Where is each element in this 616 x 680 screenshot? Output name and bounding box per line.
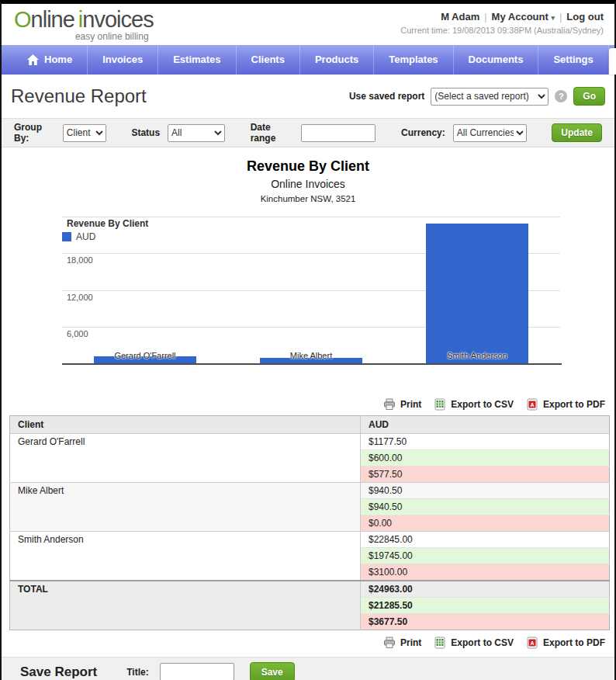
gridline <box>62 217 560 217</box>
total-value-cell: $24963.00 <box>361 581 610 598</box>
printer-icon <box>383 637 396 649</box>
value-total-cell: $1177.50 <box>361 434 610 450</box>
divider: | <box>484 11 486 23</box>
y-axis-tick-label: 6,000 <box>67 329 88 338</box>
logout-link[interactable]: Log out <box>566 11 604 23</box>
saved-report-select[interactable]: (Select a saved report) <box>431 88 549 106</box>
report-title-input[interactable] <box>160 663 234 680</box>
date-range-input[interactable] <box>301 124 375 142</box>
export-csv-link[interactable]: Export to CSV <box>434 398 514 411</box>
export-row-bottom: Print Export to CSV A Export to PDF <box>2 630 614 654</box>
svg-text:A: A <box>530 402 534 408</box>
bar-category-label: Gerard O'Farrell <box>75 351 215 360</box>
pdf-icon: A <box>526 637 538 649</box>
table-group-gerard: Gerard O'Farrell $1177.50 $600.00 $577.5… <box>10 434 610 483</box>
export-row-top: Print Export to CSV A Export to PDF <box>2 392 614 415</box>
legend-swatch-aud <box>62 232 71 241</box>
y-axis-tick-label: 18,000 <box>67 255 93 265</box>
chevron-down-icon: ▾ <box>551 14 555 22</box>
chart-title: Revenue By Client <box>2 158 614 175</box>
table-total-group: TOTAL $24963.00 $21285.50 $3677.50 <box>10 581 610 630</box>
client-cell: Mike Albert <box>10 483 361 532</box>
table-row: Smith Anderson $22845.00 <box>10 532 610 548</box>
nav-item-documents[interactable]: Documents <box>454 45 539 75</box>
nav-item-home[interactable]: Home <box>12 45 88 75</box>
total-due-cell: $3677.50 <box>361 614 610 630</box>
nav-item-products[interactable]: Products <box>300 45 374 75</box>
table-group-smith: Smith Anderson $22845.00 $19745.00 $3100… <box>10 532 610 581</box>
chart-bar[interactable] <box>426 224 528 363</box>
print-link[interactable]: Print <box>383 398 421 411</box>
export-pdf-link[interactable]: A Export to PDF <box>526 637 605 649</box>
chart-legend-item: AUD <box>62 231 95 242</box>
column-header-aud: AUD <box>361 416 610 434</box>
user-name[interactable]: M Adam <box>441 11 479 23</box>
group-by-label: Group By: <box>14 122 55 144</box>
go-button[interactable]: Go <box>573 87 605 106</box>
value-paid-cell: $19745.00 <box>361 548 610 564</box>
my-account-link[interactable]: My Account ▾ <box>492 11 555 23</box>
save-report-heading: Save Report <box>20 664 97 680</box>
y-axis-tick-label: 12,000 <box>67 293 93 302</box>
value-total-cell: $940.50 <box>361 483 610 499</box>
update-button[interactable]: Update <box>552 123 602 142</box>
print-link[interactable]: Print <box>383 637 421 649</box>
nav-item-label: Home <box>44 45 72 75</box>
home-icon <box>27 54 39 65</box>
svg-text:A: A <box>530 640 534 646</box>
value-paid-cell: $600.00 <box>361 450 610 467</box>
value-due-cell: $577.50 <box>361 467 610 483</box>
group-by-select[interactable]: Client <box>63 124 106 142</box>
help-icon[interactable]: ? <box>555 90 567 102</box>
bar-category-label: Mike Albert <box>241 351 381 360</box>
value-due-cell: $3100.00 <box>361 564 610 581</box>
table-row: Gerard O'Farrell $1177.50 <box>10 434 610 450</box>
page: Onlineinvoices easy online billing M Ada… <box>0 0 616 680</box>
export-pdf-link[interactable]: A Export to PDF <box>526 398 605 411</box>
chart-subtitle: Online Invoices <box>2 178 614 190</box>
status-select[interactable]: All <box>168 124 225 142</box>
nav-item-clients[interactable]: Clients <box>237 45 300 75</box>
chart-section: Revenue By Client Online Invoices Kinchu… <box>2 147 614 392</box>
report-header-row: Revenue Report Use saved report (Select … <box>2 75 614 118</box>
nav-item-invoices[interactable]: Invoices <box>88 45 158 75</box>
nav-item-settings[interactable]: Settings <box>538 45 608 75</box>
value-due-cell: $0.00 <box>361 515 610 532</box>
nav-tab-reports-active[interactable]: Reports <box>609 48 616 75</box>
table-row: TOTAL $24963.00 <box>10 581 610 598</box>
client-cell: Smith Anderson <box>10 532 361 581</box>
pdf-icon: A <box>526 398 538 411</box>
save-button[interactable]: Save <box>250 662 295 680</box>
status-label: Status <box>131 127 160 138</box>
current-time: Current time: 19/08/2013 09:38PM (Austra… <box>400 26 604 35</box>
divider: | <box>559 11 562 23</box>
logo[interactable]: Onlineinvoices easy online billing <box>14 9 154 41</box>
main-nav: Home Invoices Estimates Clients Products… <box>2 45 614 75</box>
export-csv-link[interactable]: Export to CSV <box>434 637 514 649</box>
page-title: Revenue Report <box>11 85 147 107</box>
nav-item-estimates[interactable]: Estimates <box>158 45 236 75</box>
logo-text: Onlineinvoices <box>14 9 154 31</box>
csv-icon <box>434 637 446 649</box>
printer-icon <box>383 398 396 411</box>
chart-baseline <box>62 363 562 365</box>
save-report-bar: Save Report Title: Save <box>2 657 614 680</box>
column-header-client: Client <box>10 416 361 434</box>
chart-subtitle2: Kinchumber NSW, 3521 <box>2 194 614 203</box>
use-saved-report-label: Use saved report <box>349 91 424 102</box>
user-area: M Adam|My Account ▾|Log out Current time… <box>400 9 604 35</box>
logo-tagline: easy online billing <box>14 32 154 41</box>
title-label: Title: <box>126 667 148 678</box>
total-paid-cell: $21285.50 <box>361 598 610 614</box>
legend-label-aud: AUD <box>76 231 95 242</box>
currency-select[interactable]: All Currencies <box>453 124 527 142</box>
filter-bar: Group By: Client Status All Date range C… <box>2 118 614 147</box>
revenue-table: Client AUD Gerard O'Farrell $1177.50 $60… <box>9 415 610 630</box>
currency-label: Currency: <box>401 127 445 138</box>
date-range-label: Date range <box>251 122 294 144</box>
top-header: Onlineinvoices easy online billing M Ada… <box>2 4 614 45</box>
nav-item-templates[interactable]: Templates <box>374 45 453 75</box>
bar-category-label: Smith Anderson <box>407 351 547 360</box>
value-total-cell: $22845.00 <box>361 532 610 548</box>
chart-legend-title: Revenue By Client <box>67 218 148 229</box>
